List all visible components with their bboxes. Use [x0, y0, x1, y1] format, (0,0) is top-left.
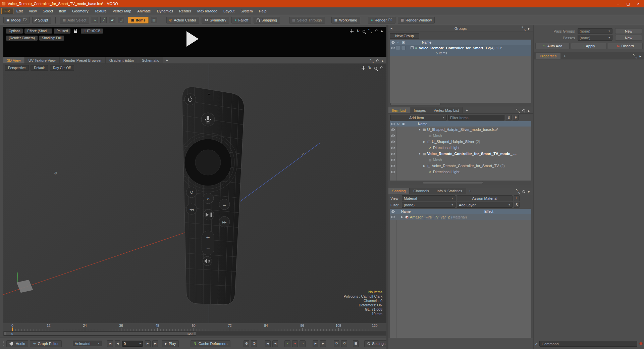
scrollbar-handle[interactable]: [423, 181, 483, 184]
zoom-icon[interactable]: [363, 30, 365, 33]
expand-icon[interactable]: [368, 29, 372, 33]
menu-edit[interactable]: Edit: [13, 8, 26, 14]
render-preview[interactable]: Options Effect: (Shad... Paused LUT: sRG…: [3, 27, 386, 57]
new-pass-button[interactable]: New: [615, 35, 642, 41]
menu-select[interactable]: Select: [40, 8, 56, 14]
expand-icon[interactable]: [522, 27, 525, 31]
tab-info-statistics[interactable]: Info & Statistics: [433, 188, 466, 194]
sculpt-button[interactable]: Sculpt: [32, 17, 51, 23]
search-mode-button[interactable]: S: [506, 115, 512, 120]
expander-open-icon[interactable]: ▼: [418, 152, 421, 155]
tab-schematic[interactable]: Schematic: [138, 57, 163, 63]
eye-icon[interactable]: [391, 210, 395, 213]
loop-button[interactable]: ↻: [334, 340, 340, 347]
collapse-icon[interactable]: ◂: [390, 26, 392, 31]
preview-effect-button[interactable]: Effect: (Shad...: [24, 29, 52, 34]
tab-images[interactable]: Images: [410, 107, 430, 113]
add-tab-button[interactable]: +: [564, 54, 566, 58]
filter-mode-button[interactable]: F: [513, 115, 519, 120]
settings-button[interactable]: Settings: [364, 340, 388, 347]
timeline-range-bar[interactable]: 0 120: [3, 331, 386, 336]
next-frame-key-button[interactable]: ▶: [313, 340, 319, 347]
menu-maxtomodo[interactable]: MaxToModo: [194, 8, 220, 14]
eye-icon[interactable]: [391, 135, 395, 137]
expander-open-icon[interactable]: ▼: [418, 128, 421, 131]
tab-vertex-map-list[interactable]: Vertex Map List: [430, 107, 463, 113]
list-item-scene[interactable]: ▼ ▤ U_Shaped_Hairpin_Silver_modo_base.lx…: [390, 127, 531, 133]
tab-properties[interactable]: Properties: [535, 53, 561, 59]
tab-render-preset-browser[interactable]: Render Preset Browser: [60, 57, 106, 63]
autokey-channel-button[interactable]: ⊙: [244, 340, 250, 347]
frame-input[interactable]: [124, 342, 138, 346]
eye-icon[interactable]: [391, 141, 395, 143]
panel-arrow-icon[interactable]: ▸: [381, 29, 383, 33]
timeline-ruler[interactable]: 0 12 24 36 48 60 72 84 96 108 120: [3, 323, 386, 331]
passes-dropdown[interactable]: (none) ▼: [578, 35, 612, 41]
eye-icon[interactable]: [391, 171, 395, 173]
menu-view[interactable]: View: [26, 8, 40, 14]
preview-paused-button[interactable]: Paused: [54, 29, 70, 34]
list-item-mesh[interactable]: ◍ Mesh: [390, 133, 531, 139]
render-window-button[interactable]: ▥ Render Window: [398, 17, 435, 23]
expand-icon[interactable]: [633, 54, 637, 58]
audio-button[interactable]: Audio: [6, 340, 28, 347]
tab-channels[interactable]: Channels: [410, 188, 433, 194]
gear-icon[interactable]: [375, 30, 378, 33]
groups-scrollbar[interactable]: [390, 103, 531, 106]
tab-uv-texture-view[interactable]: UV Texture View: [25, 57, 60, 63]
group-row[interactable]: + ◈ Voice_Remote_Controller_for_Smart_TV…: [390, 45, 531, 51]
menu-vertex-map[interactable]: Vertex Map: [110, 8, 135, 14]
menu-dynamics[interactable]: Dynamics: [154, 8, 176, 14]
expand-icon[interactable]: [516, 190, 520, 193]
filter-dropdown[interactable]: (none) ▼: [402, 202, 455, 208]
material-row[interactable]: ▶ Amazon_Fire_TV_var_2 (Material): [390, 214, 531, 220]
falloff-button[interactable]: ● Falloff: [231, 17, 251, 23]
list-item-light[interactable]: ☀ Directional Light: [390, 145, 531, 151]
auto-add-button[interactable]: ⊕ Auto Add: [535, 43, 570, 49]
tab-item-list[interactable]: Item List: [388, 107, 410, 113]
cache-deformers-button[interactable]: ↯ Cache Deformers: [191, 340, 230, 347]
next-key-button[interactable]: ▶|: [320, 340, 326, 347]
zoom-icon[interactable]: [374, 67, 377, 69]
action-center-button[interactable]: ◎ Action Center: [166, 17, 199, 23]
apply-button[interactable]: ↓ Apply: [571, 43, 606, 49]
items-mode-button[interactable]: ▣ Items: [128, 17, 148, 23]
step-forward-button[interactable]: ▶: [145, 340, 151, 347]
step-back-button[interactable]: ◀: [115, 340, 121, 347]
tab-gradient-editor[interactable]: Gradient Editor: [106, 57, 138, 63]
tab-shading[interactable]: Shading: [388, 188, 410, 194]
eye-icon[interactable]: [391, 47, 395, 49]
workplane-button[interactable]: ▦ WorkPlane: [331, 17, 360, 23]
expander-closed-icon[interactable]: ▶: [423, 140, 426, 143]
perspective-button[interactable]: Perspective: [5, 65, 29, 71]
select-through-button[interactable]: ▥ Select Through: [289, 17, 325, 23]
filter-items-input[interactable]: [448, 115, 504, 120]
eye-icon[interactable]: [391, 147, 395, 149]
tab-3d-view[interactable]: 3D View: [3, 57, 25, 63]
toggle-cell[interactable]: [401, 46, 406, 50]
list-item-light[interactable]: ☀ Directional Light: [390, 169, 531, 175]
grid-toggle-button[interactable]: ⊞: [353, 340, 359, 347]
menu-render[interactable]: Render: [176, 8, 194, 14]
loop-reverse-button[interactable]: ↺: [341, 340, 347, 347]
add-tab-button[interactable]: +: [163, 57, 170, 63]
eye-icon[interactable]: [391, 153, 395, 155]
list-item-scene[interactable]: ▼ ▤ Voice_Remote_Controller_for_Smart_TV…: [390, 151, 531, 157]
animation-mode-dropdown[interactable]: Animated ▼: [73, 341, 102, 346]
expander-closed-icon[interactable]: ▶: [400, 215, 404, 218]
new-pass-group-button[interactable]: New: [615, 28, 642, 34]
range-handle[interactable]: [4, 332, 196, 336]
prev-key-button[interactable]: |◀: [265, 340, 271, 347]
panel-arrow-icon[interactable]: ▸: [528, 109, 530, 113]
f-button[interactable]: F: [514, 195, 520, 201]
shading-style-button[interactable]: Default: [31, 65, 48, 71]
key-circle-icon[interactable]: ○: [300, 340, 306, 347]
eye-icon[interactable]: [391, 159, 395, 161]
graph-editor-button[interactable]: ∿ Graph Editor: [30, 340, 62, 347]
current-frame-field[interactable]: ◂▸: [122, 341, 143, 347]
vertices-mode-icon[interactable]: ∴: [92, 17, 98, 23]
rotate-icon[interactable]: ↻: [368, 66, 371, 70]
play-button[interactable]: ▶ Play: [162, 340, 179, 347]
list-item-group[interactable]: ▶ ◫ U_Shaped_Hairpin_Silver (2): [390, 139, 531, 145]
gear-icon[interactable]: [376, 59, 379, 62]
